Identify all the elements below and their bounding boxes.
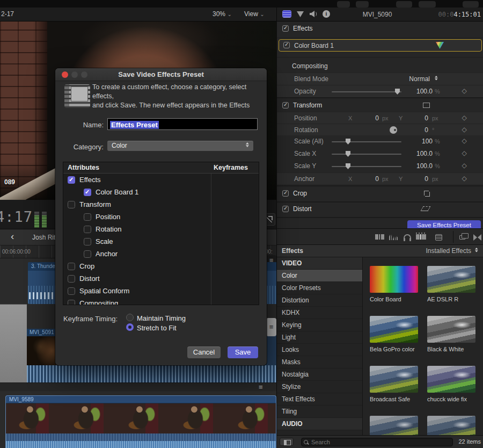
blend-mode-value[interactable]: Normal	[376, 75, 430, 83]
search-input[interactable]	[311, 438, 448, 446]
attribute-row-crop[interactable]: Crop	[63, 260, 259, 272]
scale-x-slider[interactable]	[332, 154, 401, 155]
position-y-value[interactable]: 0	[407, 114, 428, 122]
checkbox-unchecked[interactable]	[68, 275, 75, 283]
category-color-presets[interactable]: Color Presets	[277, 282, 362, 294]
save-effects-preset-button[interactable]: Save Effects Preset	[407, 220, 481, 228]
opacity-slider[interactable]	[332, 91, 401, 92]
rotation-dial[interactable]	[390, 126, 397, 134]
transform-section-row[interactable]: Transform	[277, 99, 483, 112]
top-tab[interactable]	[337, 1, 350, 8]
save-button[interactable]: Save	[228, 346, 258, 358]
audio-waveform-display-icon[interactable]	[389, 234, 398, 240]
checkbox-unchecked[interactable]	[84, 226, 91, 233]
category-color-selected[interactable]: Color	[277, 270, 362, 282]
color-board-row[interactable]: Color Board 1	[277, 38, 483, 55]
back-chevron-icon[interactable]: ‹	[11, 230, 14, 242]
top-tab[interactable]	[419, 1, 436, 8]
category-distortion[interactable]: Distortion	[277, 294, 362, 307]
timeline-index-icon[interactable]	[435, 234, 442, 241]
attribute-row-transform[interactable]: Transform	[63, 198, 259, 211]
effects-checkbox[interactable]	[282, 25, 289, 32]
checkbox-unchecked[interactable]	[84, 213, 91, 221]
scale-y-value[interactable]: 100.0	[403, 162, 433, 170]
keyframe-diamond-icon[interactable]: ◇	[460, 162, 468, 169]
top-tab[interactable]	[356, 1, 369, 8]
radio-maintain-timing-label[interactable]: Maintain Timing	[137, 314, 186, 322]
view-dropdown[interactable]: View ⌄	[244, 10, 265, 18]
effect-item-black-and-white[interactable]: Black & White	[427, 316, 475, 353]
crop-checkbox[interactable]	[282, 190, 289, 197]
retime-triangle-icon[interactable]	[297, 11, 304, 17]
attribute-row-color-board-1[interactable]: Color Board 1	[63, 186, 259, 198]
effect-item-broadcast-safe[interactable]: Broadcast Safe	[370, 366, 418, 403]
attribute-row-rotation[interactable]: Rotation	[63, 223, 259, 235]
effect-thumbnail[interactable]	[427, 266, 475, 293]
effect-item-bela-gopro-color[interactable]: Bela GoPro color	[370, 316, 418, 353]
category-keying[interactable]: Keying	[277, 319, 362, 331]
top-tab[interactable]	[463, 1, 479, 8]
checkbox-unchecked[interactable]	[84, 238, 91, 245]
category-nostalgia[interactable]: Nostalgia	[277, 368, 362, 381]
category-tiling[interactable]: Tiling	[277, 406, 362, 418]
category-looks[interactable]: Looks	[277, 344, 362, 356]
effect-thumbnail[interactable]	[370, 366, 418, 393]
checkbox-unchecked[interactable]	[68, 201, 75, 208]
distort-onscreen-icon[interactable]	[421, 206, 431, 211]
preset-name-input[interactable]: Effects Preset	[107, 118, 258, 130]
effect-thumbnail[interactable]	[427, 366, 475, 393]
checkbox-checked[interactable]	[84, 189, 91, 196]
checkbox-unchecked[interactable]	[68, 300, 75, 305]
cancel-button[interactable]: Cancel	[187, 346, 221, 358]
installed-effects-dropdown[interactable]: Installed Effects	[426, 247, 472, 255]
clip-handle-tab[interactable]: ≡	[266, 318, 276, 336]
effect-thumbnail[interactable]	[427, 316, 475, 343]
attribute-row-position[interactable]: Position	[63, 211, 259, 223]
transform-checkbox[interactable]	[282, 102, 289, 109]
category-kdhx[interactable]: KDHX	[277, 307, 362, 319]
transform-onscreen-icon[interactable]	[423, 103, 430, 108]
scale-all-slider[interactable]	[332, 141, 401, 142]
attribute-row-compositing[interactable]: Compositing	[63, 297, 259, 305]
effect-item-color-board[interactable]: Color Board	[370, 266, 418, 303]
audio-meter-right[interactable]	[42, 212, 47, 228]
attribute-row-distort[interactable]: Distort	[63, 272, 259, 285]
rotation-value[interactable]: 0	[407, 126, 428, 134]
effect-item-ae-dslr-r[interactable]: AE DSLR R	[427, 266, 475, 303]
category-select[interactable]: Color	[107, 141, 253, 151]
category-masks[interactable]: Masks	[277, 356, 362, 368]
distort-checkbox[interactable]	[282, 206, 289, 212]
attribute-row-spatial-conform[interactable]: Spatial Conform	[63, 285, 259, 297]
keyframe-diamond-icon[interactable]: ◇	[460, 175, 468, 182]
minimize-window-button[interactable]	[71, 71, 78, 78]
anchor-y-value[interactable]: 0	[407, 175, 428, 183]
attribute-row-anchor[interactable]: Anchor	[63, 248, 259, 260]
effect-thumbnail[interactable]	[370, 316, 418, 343]
skimming-icon[interactable]	[416, 234, 426, 240]
timeline-gap-clip[interactable]	[0, 304, 27, 384]
close-window-button[interactable]	[62, 71, 68, 78]
clip-appearance-icon[interactable]	[375, 234, 384, 240]
slider-thumb[interactable]	[346, 163, 350, 169]
sidebar-toggle-button[interactable]	[280, 438, 294, 446]
slider-thumb[interactable]	[346, 151, 350, 157]
category-video[interactable]: VIDEO	[277, 257, 362, 270]
keyframe-diamond-icon[interactable]: ◇	[460, 87, 468, 95]
radio-stretch-to-fit-label[interactable]: Stretch to Fit	[137, 324, 177, 332]
scale-y-slider[interactable]	[332, 166, 401, 167]
keyframe-diamond-icon[interactable]: ◇	[460, 126, 468, 133]
checkbox-unchecked[interactable]	[68, 263, 75, 270]
category-light[interactable]: Light	[277, 331, 362, 344]
category-text-effects[interactable]: Text Effects	[277, 393, 362, 406]
scale-x-value[interactable]: 100.0	[403, 150, 433, 157]
effect-item-chucck-wide-fix[interactable]: chucck wide fix	[427, 366, 475, 403]
checkbox-checked[interactable]	[68, 176, 75, 184]
radio-stretch-to-fit[interactable]	[126, 323, 134, 331]
distort-section-row[interactable]: Distort	[277, 203, 483, 217]
opacity-value[interactable]: 100.0	[403, 88, 433, 95]
anchor-x-value[interactable]: 0	[357, 175, 379, 183]
hamburger-icon[interactable]: ≡	[259, 384, 263, 391]
timeline-clip-mvi-9589[interactable]: MVI_9589	[5, 395, 276, 448]
keyframe-diamond-icon[interactable]: ◇	[460, 114, 468, 121]
position-x-value[interactable]: 0	[357, 114, 379, 122]
